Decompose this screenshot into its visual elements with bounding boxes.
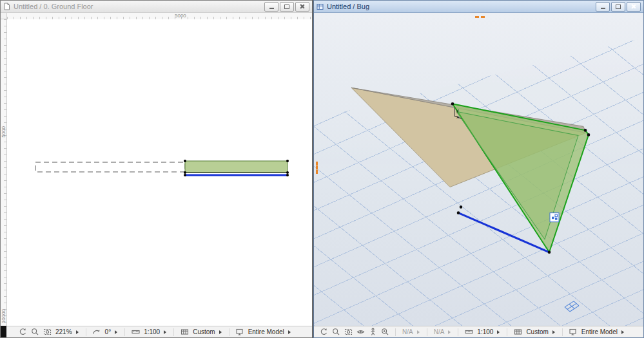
fit-in-window-icon[interactable] — [43, 328, 52, 337]
floorplan-canvas[interactable] — [7, 19, 312, 326]
separator — [229, 328, 229, 336]
view3d-statusbar: N/A N/A 1:100 Custom Entire Model — [314, 326, 643, 337]
editing-plane-marker-top — [475, 16, 485, 18]
fit-in-window-icon[interactable] — [344, 328, 353, 337]
layer-combination-value[interactable]: Custom — [192, 328, 215, 335]
minimize-button[interactable] — [596, 2, 610, 12]
mdi-workspace: Untitled / 0. Ground Floor 5000 5000 100… — [0, 0, 644, 338]
magnifier-icon[interactable] — [30, 328, 39, 337]
zoom-previous-icon[interactable] — [18, 328, 27, 337]
ruler-label-5000-v: 5000 — [1, 126, 6, 138]
editing-plane-marker-left — [316, 162, 318, 174]
model-filter-flyout-arrow[interactable] — [621, 330, 624, 334]
close-button[interactable] — [295, 2, 309, 12]
separator — [427, 328, 427, 336]
model-filter-flyout-arrow[interactable] — [288, 330, 291, 334]
look-to-icon[interactable] — [356, 328, 365, 337]
selection-handle[interactable] — [584, 129, 587, 132]
zoom-flyout-arrow[interactable] — [417, 330, 420, 334]
selection-handle[interactable] — [587, 133, 590, 136]
model-filter-value[interactable]: Entire Model — [248, 328, 285, 335]
zoom-previous-icon[interactable] — [319, 328, 328, 337]
restore-icon — [284, 5, 289, 9]
ruler-corner — [1, 13, 7, 19]
ruler-label-5000: 5000 — [175, 13, 186, 19]
scale-icon[interactable] — [464, 328, 473, 337]
document-icon — [3, 3, 10, 10]
restore-icon — [616, 5, 621, 9]
scale-flyout-arrow[interactable] — [164, 330, 166, 334]
axis-y-label: y — [456, 108, 459, 113]
minimize-icon — [269, 8, 274, 9]
orientation-icon[interactable] — [92, 328, 101, 337]
separator — [562, 328, 563, 336]
floorplan-titlebar[interactable]: Untitled / 0. Ground Floor — [1, 1, 312, 13]
separator — [86, 328, 86, 336]
layer-combination-value[interactable]: Custom — [525, 328, 549, 335]
model-filter-icon[interactable] — [235, 328, 244, 337]
layer-flyout-arrow[interactable] — [552, 330, 555, 334]
selection-handle[interactable] — [286, 174, 289, 176]
window-controls — [596, 2, 641, 12]
selection-handle[interactable] — [184, 171, 186, 174]
orientation-value[interactable]: N/A — [433, 328, 445, 335]
zoom-level-value[interactable]: N/A — [402, 328, 414, 335]
close-icon — [300, 4, 305, 9]
floorplan-statusbar: 221% 0° 1:100 Custom Ent — [6, 326, 312, 337]
orientation-value[interactable]: 0° — [104, 328, 112, 335]
selection-handle[interactable] — [548, 250, 551, 254]
layer-flyout-arrow[interactable] — [219, 330, 222, 334]
scale-flyout-arrow[interactable] — [497, 330, 500, 334]
separator — [458, 328, 458, 336]
workspace-corner — [1, 326, 6, 337]
floorplan-window-title: Untitled / 0. Ground Floor — [14, 3, 261, 10]
floorplan-window: Untitled / 0. Ground Floor 5000 5000 100… — [0, 0, 313, 338]
minimize-icon — [601, 8, 605, 9]
selection-handle[interactable] — [286, 160, 289, 162]
restore-button[interactable] — [280, 2, 294, 12]
layer-combination-icon[interactable] — [180, 328, 189, 337]
restore-button[interactable] — [611, 2, 625, 12]
separator — [124, 328, 125, 336]
magnifier-icon[interactable] — [331, 328, 340, 337]
model-filter-icon[interactable] — [569, 328, 578, 337]
layer-combination-icon[interactable] — [513, 328, 522, 337]
view3d-viewport[interactable]: y x — [314, 13, 643, 326]
zoom-level-value[interactable]: 221% — [55, 328, 73, 335]
zoom-flyout-arrow[interactable] — [76, 330, 79, 334]
selection-handle[interactable] — [460, 205, 463, 209]
vertical-ruler[interactable]: 5000 10000 — [1, 19, 7, 326]
wall-plan-selected[interactable] — [185, 161, 288, 173]
scale-icon[interactable] — [131, 328, 140, 337]
marquee-selection[interactable] — [35, 162, 185, 172]
explore-icon[interactable] — [368, 328, 377, 337]
separator — [173, 328, 174, 336]
separator — [395, 328, 396, 336]
separator — [507, 328, 507, 336]
ruler-label-10000-v: 10000 — [1, 309, 6, 323]
selection-handle[interactable] — [451, 102, 454, 106]
orientation-flyout-arrow[interactable] — [448, 330, 451, 334]
cursor-badge-icon — [550, 213, 559, 222]
close-button[interactable] — [627, 2, 641, 12]
view3d-titlebar[interactable]: Untitled / Bug — [314, 1, 643, 13]
3d-view-icon — [317, 3, 324, 10]
grid-origin-icon — [565, 301, 579, 312]
window-controls — [264, 2, 309, 12]
axis-x-label: x — [456, 114, 459, 120]
orientation-flyout-arrow[interactable] — [115, 330, 117, 334]
close-icon — [631, 4, 636, 9]
selection-handle[interactable] — [457, 211, 460, 214]
view3d-window-title: Untitled / Bug — [327, 3, 592, 10]
selection-handle[interactable] — [184, 160, 186, 162]
scale-value[interactable]: 1:100 — [143, 328, 161, 335]
view3d-window: Untitled / Bug — [313, 0, 644, 338]
scale-value[interactable]: 1:100 — [476, 328, 494, 335]
selection-handle[interactable] — [184, 174, 186, 176]
zoom-select-icon[interactable] — [380, 328, 389, 337]
model-filter-value[interactable]: Entire Model — [581, 328, 618, 335]
selection-handle[interactable] — [286, 171, 289, 174]
minimize-button[interactable] — [264, 2, 278, 12]
